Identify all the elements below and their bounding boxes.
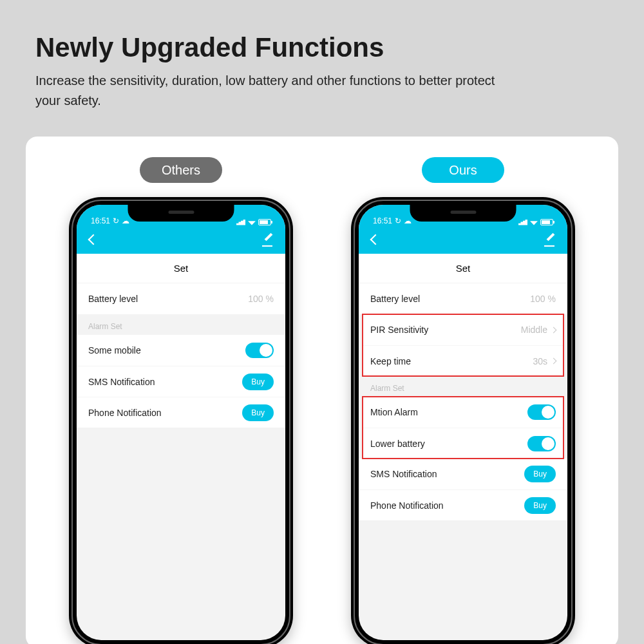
back-icon[interactable] [369,234,382,247]
buy-button-sms[interactable]: Buy [242,374,274,390]
row-sms-notification[interactable]: SMS Notification Buy [359,459,567,489]
status-cloud-icon: ☁ [404,216,412,225]
highlight-alarm-group: Mtion Alarm Lower battery [363,397,564,459]
status-sync-icon: ↻ [113,216,119,225]
column-others: Others 16:51 ↻ ☁ [69,157,293,644]
label: Battery level [370,294,420,304]
toggle-lower-battery[interactable] [527,436,556,451]
highlight-sensitivity-group: PIR Sensitivity Middle Keep time 30s [363,314,564,376]
screen-title: Set [359,254,567,283]
nav-bar [77,227,285,254]
row-motion-alarm[interactable]: Mtion Alarm [363,397,564,428]
value: 100 % [530,294,556,304]
phone-notch [410,205,516,222]
column-ours: Ours 16:51 ↻ ☁ [351,157,575,644]
status-cloud-icon: ☁ [122,216,129,225]
section-header-alarm: Alarm Set [359,376,567,397]
nav-bar [359,227,567,254]
chevron-right-icon [551,327,557,333]
row-keep-time[interactable]: Keep time 30s [363,345,564,376]
wifi-icon [530,220,538,225]
phone-notch [128,205,234,222]
buy-button-sms[interactable]: Buy [524,466,556,482]
toggle-motion-alarm[interactable] [527,404,556,420]
row-sms-notification[interactable]: SMS Notification Buy [77,366,285,397]
row-phone-notification[interactable]: Phone Notification Buy [359,489,567,520]
row-phone-notification[interactable]: Phone Notification Buy [77,397,285,428]
section-header-alarm: Alarm Set [77,314,285,335]
signal-icon [518,220,527,225]
battery-icon [258,219,271,225]
label: PIR Sensitivity [370,325,428,335]
label: Keep time [370,356,411,366]
page-title: Newly Upgraded Functions [0,0,644,71]
status-time: 16:51 [91,216,110,225]
status-sync-icon: ↻ [395,216,401,225]
value: 100 % [248,294,274,304]
value: 30s [533,356,556,366]
label: SMS Notification [88,377,155,387]
value: Middle [521,325,556,335]
edit-icon[interactable] [544,234,557,247]
row-battery-level: Battery level 100 % [359,283,567,314]
battery-icon [540,219,553,225]
status-time: 16:51 [373,216,392,225]
label: SMS Notification [370,469,437,479]
row-battery-level: Battery level 100 % [77,283,285,314]
label: Battery level [88,294,138,304]
edit-icon[interactable] [262,234,275,247]
label: Some mobile [88,345,141,355]
pill-ours: Ours [422,157,504,183]
row-some-mobile[interactable]: Some mobile [77,335,285,366]
page-subtitle: Increase the sensitivity, duration, low … [0,71,541,111]
pill-others: Others [140,157,222,183]
label: Lower battery [370,439,425,449]
chevron-right-icon [551,358,557,365]
buy-button-phone[interactable]: Buy [524,497,556,514]
label: Phone Notification [88,408,162,418]
row-lower-battery[interactable]: Lower battery [363,428,564,459]
comparison-stage: Others 16:51 ↻ ☁ [26,137,618,644]
toggle-some-mobile[interactable] [245,343,274,358]
label: Phone Notification [370,500,444,511]
label: Mtion Alarm [370,407,418,417]
buy-button-phone[interactable]: Buy [242,404,274,421]
phone-ours: 16:51 ↻ ☁ Set [351,197,575,644]
row-pir-sensitivity[interactable]: PIR Sensitivity Middle [363,314,564,345]
back-icon[interactable] [87,234,100,247]
screen-title: Set [77,254,285,283]
phone-others: 16:51 ↻ ☁ Set [69,197,293,644]
signal-icon [236,220,245,225]
wifi-icon [248,220,256,225]
